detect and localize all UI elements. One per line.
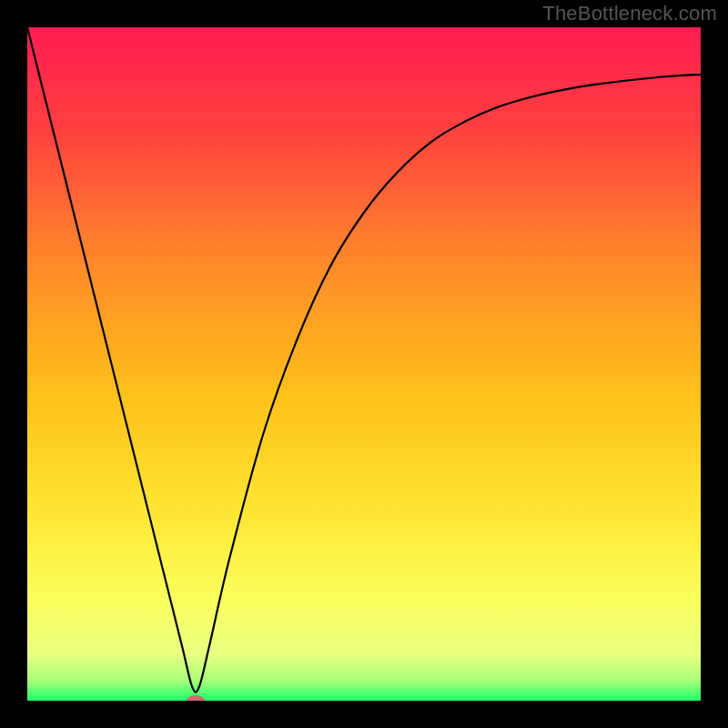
bottleneck-chart [27,27,701,701]
chart-frame: TheBottleneck.com [0,0,728,728]
gradient-background [27,27,701,701]
watermark-text: TheBottleneck.com [542,2,717,25]
